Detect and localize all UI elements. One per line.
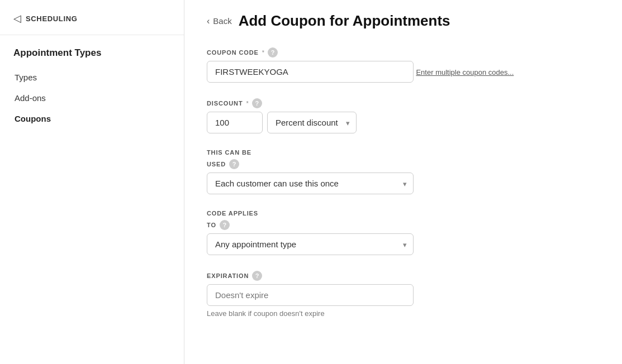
usage-help-icon[interactable]: ? [229, 159, 239, 169]
applies-sub-label-row: TO ? [207, 220, 600, 230]
usage-label-row: THIS CAN BE [207, 149, 600, 156]
back-label: Back [213, 16, 231, 26]
applies-label-row: CODE APPLIES [207, 210, 600, 217]
expiration-section: EXPIRATION ? Leave blank if coupon doesn… [207, 271, 600, 318]
coupon-code-input[interactable] [207, 61, 414, 83]
sidebar-item-coupons[interactable]: Coupons [7, 109, 177, 128]
coupon-code-section: COUPON CODE * ? Enter multiple coupon co… [207, 47, 600, 83]
discount-type-wrapper: Percent discount Fixed discount [267, 112, 357, 133]
sidebar-header: ◁ SCHEDULING [0, 0, 184, 35]
sidebar-header-title: SCHEDULING [26, 15, 77, 23]
expiration-hint: Leave blank if coupon doesn't expire [207, 309, 600, 318]
discount-section: DISCOUNT * ? Percent discount Fixed disc… [207, 98, 600, 133]
discount-help-icon[interactable]: ? [252, 98, 262, 108]
usage-label: THIS CAN BE [207, 149, 251, 156]
discount-type-select[interactable]: Percent discount Fixed discount [267, 112, 357, 133]
back-arrow-icon: ‹ [207, 16, 210, 26]
discount-amount-input[interactable] [207, 112, 263, 133]
sidebar-section-title: Appointment Types [0, 35, 184, 68]
discount-row: Percent discount Fixed discount [207, 112, 600, 133]
applies-select-wrapper: Any appointment type [207, 233, 414, 255]
discount-label: DISCOUNT [207, 100, 243, 107]
expiration-help-icon[interactable]: ? [252, 271, 262, 281]
usage-select-wrapper: Each customer can use this once Unlimite… [207, 173, 414, 194]
usage-section: THIS CAN BE USED ? Each customer can use… [207, 149, 600, 194]
applies-help-icon[interactable]: ? [220, 220, 230, 230]
usage-select[interactable]: Each customer can use this once Unlimite… [207, 173, 414, 194]
coupon-code-label-row: COUPON CODE * ? [207, 47, 600, 58]
expiration-label: EXPIRATION [207, 272, 249, 279]
coupon-code-required: * [262, 49, 264, 56]
scheduling-icon: ◁ [13, 12, 21, 25]
page-title: Add Coupon for Appointments [239, 12, 450, 30]
coupon-code-label: COUPON CODE [207, 49, 259, 56]
coupon-code-help-icon[interactable]: ? [268, 47, 278, 58]
sidebar-item-types[interactable]: Types [7, 68, 177, 87]
expiration-input[interactable] [207, 284, 414, 306]
applies-select[interactable]: Any appointment type [207, 233, 414, 255]
expiration-label-row: EXPIRATION ? [207, 271, 600, 281]
discount-label-row: DISCOUNT * ? [207, 98, 600, 108]
topbar: ‹ Back Add Coupon for Appointments [207, 0, 600, 39]
applies-label: CODE APPLIES [207, 210, 258, 217]
sidebar: ◁ SCHEDULING Appointment Types Types Add… [0, 0, 184, 364]
back-button[interactable]: ‹ Back [207, 14, 232, 28]
applies-sub-label: TO [207, 222, 216, 228]
discount-required: * [246, 100, 248, 107]
applies-section: CODE APPLIES TO ? Any appointment type [207, 210, 600, 255]
main-content: ‹ Back Add Coupon for Appointments COUPO… [184, 0, 622, 364]
sidebar-navigation: Types Add-ons Coupons [0, 68, 184, 128]
usage-sub-label: USED [207, 161, 226, 167]
usage-sub-label-row: USED ? [207, 159, 600, 169]
multiple-codes-link[interactable]: Enter multiple coupon codes... [416, 68, 514, 76]
sidebar-item-add-ons[interactable]: Add-ons [7, 88, 177, 108]
